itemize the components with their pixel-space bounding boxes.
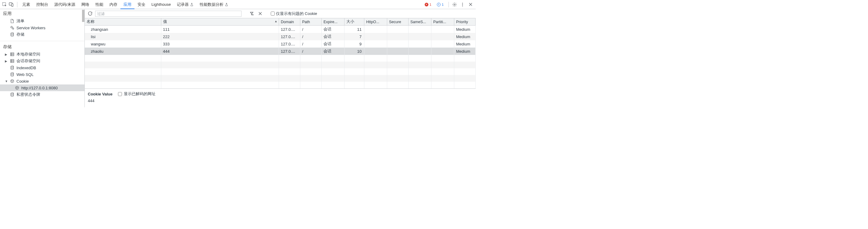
table-row[interactable]: zhaoliu444127.0..../会话10Medium	[85, 47, 476, 55]
sidebar-item-session-storage[interactable]: ▶ 会话存储空间	[0, 58, 85, 64]
tab-elements[interactable]: 元素	[19, 0, 33, 9]
svg-point-22	[11, 93, 14, 94]
sidebar-item-manifest[interactable]: 清单	[0, 18, 85, 24]
tab-console[interactable]: 控制台	[33, 0, 51, 9]
col-value-label: 值	[163, 20, 167, 24]
col-expires[interactable]: Expire...	[322, 18, 344, 26]
svg-point-4	[462, 3, 463, 4]
cell-domain: 127.0....	[279, 40, 300, 47]
tab-sources[interactable]: 源代码/来源	[51, 0, 79, 9]
sidebar-item-cookie[interactable]: ▼ Cookie	[0, 78, 85, 85]
tab-recorder[interactable]: 记录器	[174, 0, 197, 9]
sidebar-item-private-tokens[interactable]: 私密状态令牌	[0, 91, 85, 98]
table-row[interactable]: wangwu333127.0..../会话9Medium	[85, 40, 476, 47]
database-icon	[10, 32, 14, 37]
col-value[interactable]: 值▲	[161, 18, 279, 26]
col-domain[interactable]: Domain	[279, 18, 300, 26]
only-issues-checkbox[interactable]: 仅显示有问题的 Cookie	[271, 11, 317, 17]
tab-lighthouse[interactable]: Lighthouse	[149, 0, 174, 9]
table-row-empty	[85, 75, 476, 82]
table-row[interactable]: lisi222127.0..../会话7Medium	[85, 33, 476, 40]
col-secure[interactable]: Secure	[387, 18, 408, 26]
collapse-icon[interactable]: ▼	[5, 79, 8, 83]
col-samesite[interactable]: SameS...	[408, 18, 431, 26]
sidebar-item-indexeddb[interactable]: IndexedDB	[0, 64, 85, 71]
tab-network[interactable]: 网络	[79, 0, 92, 9]
cell-path: /	[300, 47, 322, 55]
show-decoded-checkbox-input[interactable]	[118, 92, 122, 96]
sidebar-item-websql[interactable]: Web SQL	[0, 71, 85, 78]
only-issues-checkbox-input[interactable]	[271, 11, 275, 15]
close-icon[interactable]	[467, 2, 474, 6]
col-path[interactable]: Path	[300, 18, 322, 26]
kebab-menu-icon[interactable]	[459, 2, 466, 7]
cell-samesite	[408, 40, 431, 47]
cell-expires: 会话	[322, 33, 344, 40]
col-partition[interactable]: Partiti...	[431, 18, 454, 26]
tab-performance[interactable]: 性能	[92, 0, 106, 9]
svg-point-13	[11, 72, 14, 74]
svg-rect-10	[11, 53, 14, 56]
database-icon	[10, 65, 14, 70]
refresh-button[interactable]	[87, 10, 93, 17]
cell-size: 9	[344, 40, 364, 47]
cookie-icon	[14, 86, 20, 90]
col-name[interactable]: 名称	[85, 18, 161, 26]
tab-application[interactable]: 应用	[120, 0, 134, 9]
sidebar-item-storage[interactable]: 存储	[0, 31, 85, 38]
error-count[interactable]: ✕ 1	[423, 2, 433, 7]
clear-filter-icon[interactable]	[248, 10, 255, 17]
sidebar-item-service-workers[interactable]: Service Workers	[0, 24, 85, 31]
svg-point-9	[11, 33, 14, 34]
svg-point-6	[462, 5, 463, 6]
col-priority[interactable]: Priority	[454, 18, 476, 26]
expand-icon[interactable]: ▶	[5, 60, 8, 63]
database-icon	[10, 72, 14, 77]
settings-icon[interactable]	[451, 2, 458, 7]
cell-partition	[431, 40, 454, 47]
cell-secure	[387, 33, 408, 40]
svg-point-3	[454, 4, 455, 5]
svg-point-19	[16, 87, 17, 88]
inspect-icon[interactable]	[2, 2, 7, 7]
database-icon	[10, 92, 14, 97]
tab-perf-insights-label: 性能数据分析	[200, 0, 223, 9]
cell-name: lisi	[85, 33, 161, 40]
cell-name: wangwu	[85, 40, 161, 47]
sidebar-item-label: 存储	[17, 32, 24, 37]
tab-memory[interactable]: 内存	[106, 0, 120, 9]
sidebar-item-local-storage[interactable]: ▶ 本地存储空间	[0, 51, 85, 58]
col-size[interactable]: 大小	[344, 18, 364, 26]
file-icon	[10, 19, 14, 24]
table-row[interactable]: zhangsan111127.0..../会话11Medium	[85, 26, 476, 33]
sidebar-item-label: 私密状态令牌	[17, 92, 40, 97]
cell-name: zhangsan	[85, 26, 161, 33]
show-decoded-checkbox[interactable]: 显示已解码的网址	[118, 91, 155, 97]
clear-all-icon[interactable]	[257, 10, 264, 17]
cookie-main-panel: 仅显示有问题的 Cookie 名称 值▲ Domain Path Expire.…	[85, 9, 476, 107]
cell-priority: Medium	[454, 33, 476, 40]
cell-expires: 会话	[322, 47, 344, 55]
tab-perf-insights[interactable]: 性能数据分析	[197, 0, 231, 9]
svg-point-17	[12, 81, 12, 82]
info-count[interactable]: i 1	[435, 2, 445, 7]
sidebar-item-label: IndexedDB	[17, 66, 36, 70]
cell-expires: 会话	[322, 26, 344, 33]
cell-httponly	[364, 33, 387, 40]
cell-domain: 127.0....	[279, 47, 300, 55]
col-httponly[interactable]: HttpO...	[364, 18, 387, 26]
svg-point-15	[11, 80, 11, 81]
filter-input[interactable]	[95, 11, 242, 17]
info-icon: i	[437, 3, 440, 6]
tab-security[interactable]: 安全	[134, 0, 149, 9]
expand-icon[interactable]: ▶	[5, 53, 8, 56]
table-row-empty	[85, 68, 476, 75]
sidebar-group-application: 应用	[0, 9, 85, 18]
device-toolbar-icon[interactable]	[8, 2, 14, 7]
sidebar-item-label: http://127.0.0.1:8080	[21, 86, 58, 90]
sidebar-item-cookie-origin[interactable]: http://127.0.0.1:8080	[0, 85, 85, 91]
scrollbar-thumb[interactable]	[82, 10, 85, 22]
info-count-value: 1	[442, 3, 444, 6]
cell-size: 7	[344, 33, 364, 40]
cookie-icon	[10, 79, 14, 84]
